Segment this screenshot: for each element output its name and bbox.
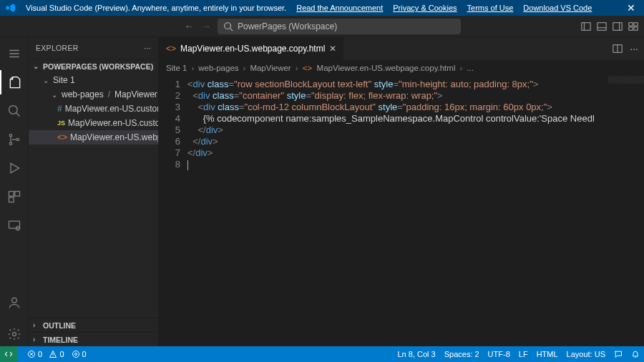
feedback-icon[interactable] bbox=[614, 350, 623, 358]
close-icon[interactable]: ✕ bbox=[624, 2, 638, 14]
breadcrumb-item[interactable]: MapViewer.en-US.webpage.copy.html bbox=[317, 64, 456, 72]
svg-marker-20 bbox=[11, 163, 19, 172]
svg-point-36 bbox=[72, 351, 79, 358]
tree-folder[interactable]: ⌄web-pages/MapViewer bbox=[29, 87, 158, 102]
svg-rect-6 bbox=[613, 22, 622, 30]
editor-actions: ··· bbox=[607, 37, 644, 60]
explorer-sidebar: EXPLORER ··· ⌄ POWERPAGES (WORKSPACE) ⌄S… bbox=[29, 37, 159, 346]
status-layout[interactable]: Layout: US bbox=[567, 350, 605, 358]
back-arrow-icon[interactable]: ← bbox=[183, 21, 195, 31]
svg-point-18 bbox=[9, 142, 11, 145]
tree-folder-root[interactable]: ⌄Site 1 bbox=[29, 73, 158, 87]
tab-filename: MapViewer.en-US.webpage.copy.html bbox=[180, 44, 325, 54]
svg-rect-10 bbox=[629, 26, 633, 29]
svg-rect-9 bbox=[634, 22, 638, 25]
svg-point-37 bbox=[74, 353, 77, 356]
banner-link[interactable]: Terms of Use bbox=[467, 4, 514, 12]
search-placeholder: PowerPages (Workspace) bbox=[238, 21, 337, 31]
breadcrumbs[interactable]: Site 1› web-pages› MapViewer› <> MapView… bbox=[159, 60, 644, 76]
search-activity-icon[interactable] bbox=[0, 99, 29, 123]
vs-code-icon bbox=[6, 3, 16, 13]
layout-controls bbox=[581, 21, 638, 31]
layout-panel-left-icon[interactable] bbox=[581, 21, 591, 31]
forward-arrow-icon[interactable]: → bbox=[200, 21, 212, 31]
status-ports[interactable]: 0 bbox=[72, 350, 87, 358]
minimap[interactable] bbox=[608, 76, 644, 155]
svg-point-19 bbox=[16, 138, 19, 140]
svg-point-0 bbox=[225, 22, 231, 29]
status-eol[interactable]: LF bbox=[519, 350, 528, 358]
svg-rect-11 bbox=[634, 26, 638, 29]
layout-panel-bottom-icon[interactable] bbox=[597, 21, 607, 31]
svg-point-27 bbox=[12, 333, 16, 336]
tree-file[interactable]: #MapViewer.en-US.customc... bbox=[29, 102, 158, 116]
menu-icon[interactable] bbox=[0, 41, 29, 66]
status-encoding[interactable]: UTF-8 bbox=[488, 350, 510, 358]
more-icon[interactable]: ··· bbox=[144, 44, 151, 52]
status-language[interactable]: HTML bbox=[537, 350, 558, 358]
breadcrumb-item[interactable]: web-pages bbox=[198, 64, 238, 72]
layout-panel-right-icon[interactable] bbox=[613, 21, 623, 31]
breadcrumb-item[interactable]: ... bbox=[467, 64, 474, 72]
title-bar: ← → PowerPages (Workspace) bbox=[0, 16, 644, 37]
outline-label: OUTLINE bbox=[43, 321, 76, 330]
svg-rect-2 bbox=[582, 22, 590, 30]
svg-rect-24 bbox=[9, 221, 19, 228]
banner-link[interactable]: Read the Announcement bbox=[296, 4, 383, 12]
line-number-gutter: 12345678 bbox=[159, 76, 187, 346]
split-editor-icon[interactable] bbox=[613, 44, 623, 54]
html-file-icon: <> bbox=[303, 64, 313, 72]
editor-tabs: <> MapViewer.en-US.webpage.copy.html ✕ ·… bbox=[159, 37, 644, 60]
workspace-label: POWERPAGES (WORKSPACE) bbox=[43, 62, 153, 71]
svg-point-17 bbox=[9, 134, 11, 137]
bell-icon[interactable] bbox=[631, 350, 640, 358]
settings-gear-icon[interactable] bbox=[0, 322, 29, 346]
tree-file[interactable]: <>MapViewer.en-US.webpag... bbox=[29, 130, 158, 145]
tree-file[interactable]: JSMapViewer.en-US.customj... bbox=[29, 116, 158, 130]
explorer-title: EXPLORER bbox=[36, 44, 79, 52]
timeline-section-header[interactable]: ›TIMELINE bbox=[29, 332, 158, 346]
banner-link[interactable]: Download VS Code bbox=[523, 4, 592, 12]
css-file-icon: # bbox=[57, 104, 62, 114]
js-file-icon: JS bbox=[57, 119, 65, 127]
explorer-icon[interactable] bbox=[0, 70, 29, 94]
status-problems[interactable]: 0 0 bbox=[27, 350, 64, 358]
command-center-search[interactable]: PowerPages (Workspace) bbox=[218, 19, 461, 34]
remote-indicator[interactable] bbox=[0, 346, 17, 362]
svg-line-16 bbox=[16, 113, 19, 117]
source-control-icon[interactable] bbox=[0, 127, 29, 152]
explorer-header: EXPLORER ··· bbox=[29, 37, 158, 59]
status-right: Ln 8, Col 3 Spaces: 2 UTF-8 LF HTML Layo… bbox=[397, 350, 640, 358]
svg-rect-22 bbox=[14, 192, 19, 197]
outline-section-header[interactable]: ›OUTLINE bbox=[29, 318, 158, 332]
svg-point-26 bbox=[11, 298, 16, 303]
activity-bar bbox=[0, 37, 29, 346]
banner-links: Read the Announcement Privacy & Cookies … bbox=[296, 4, 592, 12]
workspace-section-header[interactable]: ⌄ POWERPAGES (WORKSPACE) bbox=[29, 59, 158, 73]
banner-link[interactable]: Privacy & Cookies bbox=[393, 4, 457, 12]
svg-rect-8 bbox=[629, 22, 633, 25]
breadcrumb-item[interactable]: Site 1 bbox=[166, 64, 187, 72]
editor-tab[interactable]: <> MapViewer.en-US.webpage.copy.html ✕ bbox=[159, 37, 344, 60]
html-file-icon: <> bbox=[57, 132, 67, 142]
status-bar: 0 0 0 Ln 8, Col 3 Spaces: 2 UTF-8 LF HTM… bbox=[0, 346, 644, 362]
extensions-icon[interactable] bbox=[0, 185, 29, 209]
banner-title: Visual Studio Code (Preview). Anywhere, … bbox=[26, 4, 286, 12]
svg-point-15 bbox=[9, 106, 17, 114]
run-debug-icon[interactable] bbox=[0, 156, 29, 180]
svg-rect-4 bbox=[597, 22, 606, 30]
editor-group: <> MapViewer.en-US.webpage.copy.html ✕ ·… bbox=[159, 37, 644, 346]
close-tab-icon[interactable]: ✕ bbox=[329, 44, 336, 54]
svg-rect-23 bbox=[9, 197, 14, 202]
account-icon[interactable] bbox=[0, 290, 29, 315]
layout-customize-icon[interactable] bbox=[628, 21, 638, 31]
more-icon[interactable]: ··· bbox=[630, 43, 638, 54]
timeline-label: TIMELINE bbox=[43, 336, 78, 344]
remote-explorer-icon[interactable] bbox=[0, 213, 29, 238]
breadcrumb-item[interactable]: MapViewer bbox=[250, 64, 291, 72]
code-content[interactable]: <div class="row sectionBlockLayout text-… bbox=[187, 76, 644, 346]
top-banner: Visual Studio Code (Preview). Anywhere, … bbox=[0, 0, 644, 16]
status-cursor[interactable]: Ln 8, Col 3 bbox=[397, 350, 435, 358]
status-indent[interactable]: Spaces: 2 bbox=[444, 350, 479, 358]
code-editor[interactable]: 12345678 <div class="row sectionBlockLay… bbox=[159, 76, 644, 346]
